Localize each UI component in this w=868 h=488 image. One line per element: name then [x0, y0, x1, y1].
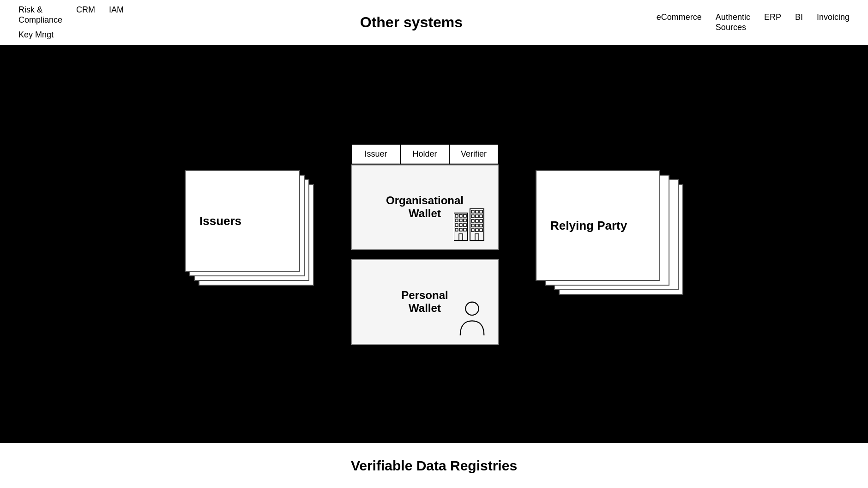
issuers-label: Issuers	[199, 214, 241, 228]
center-column: Issuer Holder Verifier OrganisationalWal…	[351, 144, 499, 345]
issuers-stack: Issuers	[185, 170, 314, 318]
top-bar-item-iam: IAM	[109, 5, 124, 15]
top-bar-item-key-mngt: Key Mngt	[18, 30, 54, 40]
relying-card-front: Relying Party	[536, 170, 660, 281]
svg-rect-20	[480, 215, 482, 218]
tab-issuer: Issuer	[352, 145, 401, 164]
top-bar-item-risk: Risk &Compliance	[18, 5, 62, 25]
personal-wallet-box: PersonalWallet	[351, 259, 499, 345]
svg-rect-3	[464, 214, 466, 217]
top-bar-item-erp: ERP	[764, 12, 781, 22]
personal-wallet-label: PersonalWallet	[401, 289, 448, 315]
svg-rect-17	[480, 210, 482, 213]
svg-rect-18	[471, 215, 474, 218]
svg-rect-7	[455, 224, 458, 226]
bottom-bar: Verifiable Data Registries	[0, 442, 868, 488]
person-icon	[456, 300, 488, 339]
tab-holder: Holder	[401, 145, 450, 164]
relying-party-stack: Relying Party	[536, 170, 683, 318]
top-bar-item-authentic-sources: AuthenticSources	[716, 12, 750, 32]
svg-rect-24	[471, 224, 474, 227]
svg-rect-9	[464, 224, 466, 226]
svg-rect-19	[476, 215, 478, 218]
svg-rect-13	[459, 234, 463, 241]
issuers-card-front: Issuers	[185, 170, 300, 272]
svg-rect-25	[476, 224, 478, 227]
top-bar-right-items: eCommerce AuthenticSources ERP BI Invoic…	[657, 12, 850, 32]
diagram-area: Issuers Issuer Holder Verifier	[42, 144, 826, 345]
main-content: Issuers Issuer Holder Verifier	[0, 46, 868, 442]
svg-rect-23	[480, 220, 482, 222]
svg-rect-11	[459, 228, 462, 231]
svg-point-31	[465, 302, 478, 315]
top-bar-item-ecommerce: eCommerce	[657, 12, 702, 22]
svg-rect-27	[471, 229, 474, 232]
organisational-wallet-box: OrganisationalWallet	[351, 165, 499, 250]
svg-rect-8	[459, 224, 462, 226]
svg-rect-22	[476, 220, 478, 222]
svg-rect-29	[480, 229, 482, 232]
svg-rect-12	[464, 228, 466, 231]
svg-rect-16	[476, 210, 478, 213]
top-bar-left-items: Risk &Compliance CRM IAM Key Mngt	[18, 5, 166, 39]
svg-rect-26	[480, 224, 482, 227]
wallets-wrapper: OrganisationalWallet	[351, 165, 499, 345]
svg-rect-10	[455, 228, 458, 231]
svg-rect-15	[471, 210, 474, 213]
svg-rect-6	[464, 219, 466, 222]
other-systems-title: Other systems	[166, 14, 657, 31]
top-bar-item-crm: CRM	[76, 5, 95, 15]
role-tabs: Issuer Holder Verifier	[351, 144, 499, 165]
verifiable-data-registries-title: Verifiable Data Registries	[351, 458, 517, 474]
svg-rect-21	[471, 220, 474, 222]
top-bar-item-bi: BI	[795, 12, 803, 22]
tab-verifier: Verifier	[450, 145, 498, 164]
top-bar: Risk &Compliance CRM IAM Key Mngt Other …	[0, 0, 868, 46]
org-wallet-label: OrganisationalWallet	[386, 194, 464, 220]
top-bar-item-invoicing: Invoicing	[817, 12, 850, 22]
relying-party-label: Relying Party	[550, 219, 627, 233]
svg-rect-28	[476, 229, 478, 232]
svg-rect-30	[475, 234, 479, 241]
